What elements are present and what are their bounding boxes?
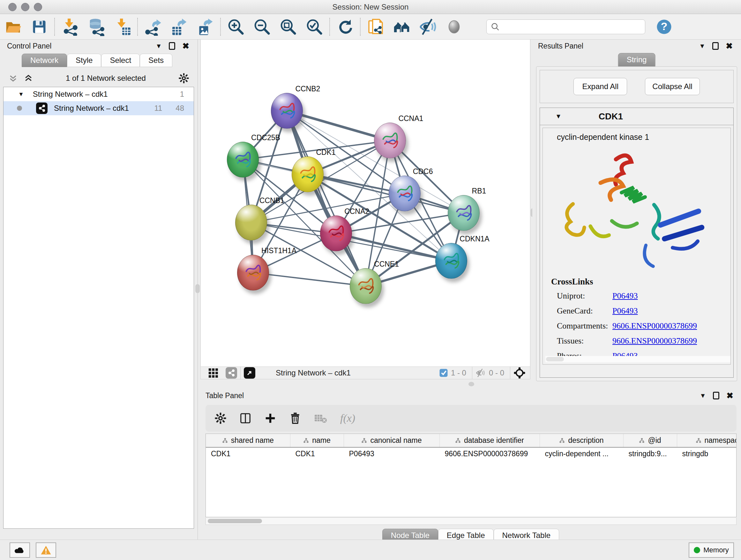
expand-all-button[interactable]: Expand All	[574, 78, 627, 95]
hidden-eye-icon[interactable]	[475, 368, 486, 378]
network-node-cdc6[interactable]	[389, 176, 421, 211]
zoom-selected-icon	[306, 18, 323, 36]
tab-select[interactable]: Select	[101, 54, 140, 67]
string-style-icon[interactable]	[226, 367, 237, 379]
zoom-selected-button[interactable]	[301, 15, 327, 38]
memory-button[interactable]: Memory	[689, 543, 734, 558]
export-network-icon	[144, 18, 162, 36]
panel-close-icon[interactable]: ✖	[726, 41, 733, 51]
protein-thumbnail	[395, 184, 414, 203]
crosslink-link-uniprot[interactable]: P06493	[612, 291, 637, 301]
network-node-ccne1[interactable]	[350, 268, 382, 304]
eye-slash-icon	[419, 17, 437, 36]
cloud-status-button[interactable]	[10, 543, 30, 558]
fit-selected-icon[interactable]	[514, 367, 526, 379]
network-edges	[201, 40, 530, 367]
network-node-ccna2[interactable]	[320, 215, 352, 251]
tab-sets[interactable]: Sets	[140, 54, 172, 67]
cell-name: CDK1	[290, 447, 344, 460]
search-input[interactable]	[486, 19, 645, 34]
string-home-button[interactable]	[389, 15, 415, 38]
zoom-fit-button[interactable]	[275, 15, 301, 38]
expand-all-icon[interactable]	[23, 73, 33, 83]
network-node-rb1[interactable]	[448, 195, 480, 231]
network-node-cdkn1a[interactable]	[435, 243, 467, 279]
network-node-ccnb2[interactable]	[271, 93, 303, 129]
network-view-title: String Network – cdk1	[276, 368, 351, 377]
string-documents-icon	[367, 18, 385, 36]
column-header-database-identifier[interactable]: database identifier	[440, 434, 540, 447]
tab-network[interactable]: Network	[22, 54, 67, 67]
selected-checkbox-icon[interactable]	[439, 368, 448, 378]
table-row[interactable]: CDK1 CDK1 P06493 9606.ENSP00000378699 cy…	[206, 447, 737, 460]
crosslink-link-genecard[interactable]: P06493	[612, 306, 637, 316]
table-hscrollbar[interactable]	[205, 518, 737, 525]
show-columns-icon[interactable]	[239, 412, 252, 424]
string-query-button[interactable]	[362, 15, 389, 38]
results-panel-title: Results Panel	[538, 42, 583, 51]
panel-float-icon[interactable]	[169, 42, 175, 50]
panel-menu-icon[interactable]: ▼	[699, 43, 705, 50]
panel-close-icon[interactable]: ✖	[182, 41, 189, 51]
status-bar: Memory	[0, 540, 741, 560]
export-image-button[interactable]	[192, 15, 218, 38]
birdseye-view-icon[interactable]	[244, 367, 255, 379]
zoom-in-button[interactable]	[223, 15, 249, 38]
network-canvas[interactable]: CCNB2CCNA1CDC25BCDK1CDC6RB1CCNB1CCNA2CDK…	[200, 40, 530, 367]
grid-icon[interactable]	[208, 368, 219, 378]
network-collection-row[interactable]: ▼ String Network – cdk1 1	[3, 87, 194, 101]
gene-collapse-icon[interactable]: ▼	[555, 113, 562, 120]
network-node-cdc25b[interactable]	[227, 142, 259, 178]
save-session-button[interactable]	[26, 15, 52, 38]
panel-menu-icon[interactable]: ▼	[699, 392, 706, 399]
network-current-dot	[17, 106, 22, 111]
export-network-button[interactable]	[140, 15, 166, 38]
column-header-name[interactable]: name	[290, 434, 344, 447]
cell-namespace: stringdb	[677, 447, 737, 460]
protein-thumbnail	[298, 165, 318, 184]
panel-float-icon[interactable]	[713, 392, 719, 399]
column-header-id[interactable]: @id	[623, 434, 677, 447]
network-row[interactable]: String Network – cdk1 11 48	[3, 101, 194, 115]
apply-layout-button[interactable]	[332, 15, 358, 38]
create-column-plus-icon[interactable]	[264, 412, 276, 424]
collapse-all-icon[interactable]	[8, 73, 18, 83]
protein-thumbnail	[244, 263, 263, 283]
gene-name: CDK1	[599, 111, 623, 122]
panel-close-icon[interactable]: ✖	[726, 391, 733, 401]
import-table-button[interactable]	[109, 15, 135, 38]
panel-float-icon[interactable]	[712, 42, 719, 50]
crosslink-link-tissues[interactable]: 9606.ENSP00000378699	[612, 336, 697, 346]
zoom-out-button[interactable]	[249, 15, 275, 38]
help-button[interactable]: ?	[651, 15, 677, 38]
warnings-button[interactable]	[36, 543, 56, 558]
panel-menu-icon[interactable]: ▼	[155, 43, 162, 50]
collection-expand-icon[interactable]: ▼	[18, 91, 24, 98]
left-splitter-handle[interactable]	[195, 284, 200, 293]
table-options-gear-icon[interactable]	[214, 412, 226, 424]
network-view-toolbar: String Network – cdk1 1 - 0 0 - 0	[200, 367, 530, 379]
column-header-canonical-name[interactable]: canonical name	[344, 434, 440, 447]
network-edge-count: 48	[176, 104, 184, 113]
results-hscrollbar[interactable]	[545, 356, 731, 362]
network-node-ccnb1[interactable]	[235, 205, 267, 240]
open-session-button[interactable]	[0, 15, 26, 38]
network-node-cdk1[interactable]	[292, 157, 324, 192]
string-glass-effect-button[interactable]	[415, 15, 441, 38]
delete-column-trash-icon[interactable]	[289, 412, 301, 424]
tab-style[interactable]: Style	[67, 54, 101, 67]
column-header-description[interactable]: description	[540, 434, 623, 447]
tab-string[interactable]: String	[618, 53, 656, 66]
string-labels-button[interactable]	[441, 15, 467, 38]
node-table[interactable]: shared name name canonical name database…	[205, 434, 737, 517]
crosslink-link-compartments[interactable]: 9606.ENSP00000378699	[612, 321, 697, 331]
gear-icon[interactable]	[179, 73, 189, 84]
network-node-hist1h1a[interactable]	[237, 255, 269, 291]
collapse-all-button[interactable]: Collapse All	[645, 78, 699, 95]
column-header-namespace[interactable]: namespace	[677, 434, 737, 447]
import-network-file-button[interactable]	[57, 15, 83, 38]
toolbar-separator	[220, 18, 221, 36]
import-network-database-button[interactable]	[83, 15, 109, 38]
column-header-shared-name[interactable]: shared name	[206, 434, 290, 447]
export-table-button[interactable]	[166, 15, 192, 38]
